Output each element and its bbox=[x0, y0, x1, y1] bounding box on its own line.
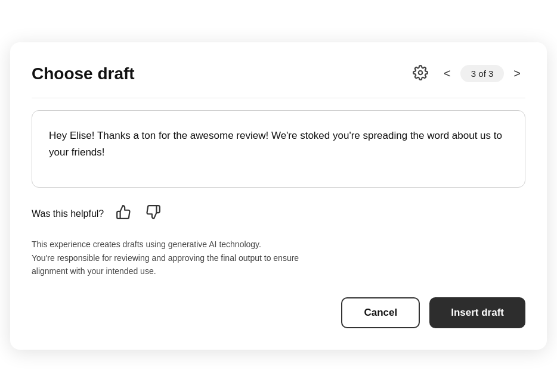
cancel-button[interactable]: Cancel bbox=[341, 297, 420, 328]
disclaimer-line3: alignment with your intended use. bbox=[32, 266, 156, 276]
disclaimer-line1: This experience creates drafts using gen… bbox=[32, 239, 261, 249]
helpful-row: Was this helpful? bbox=[32, 202, 525, 226]
modal-header: Choose draft < 3 of 3 > bbox=[32, 61, 525, 98]
nav-controls: < 3 of 3 > bbox=[439, 64, 525, 83]
header-controls: < 3 of 3 > bbox=[409, 61, 525, 86]
settings-button[interactable] bbox=[409, 61, 432, 86]
thumbs-up-icon bbox=[116, 204, 131, 223]
modal-title: Choose draft bbox=[32, 64, 135, 83]
draft-content-box: Hey Elise! Thanks a ton for the awesome … bbox=[32, 110, 525, 188]
prev-button[interactable]: < bbox=[439, 64, 456, 83]
draft-text: Hey Elise! Thanks a ton for the awesome … bbox=[49, 127, 508, 160]
helpful-label: Was this helpful? bbox=[32, 209, 104, 219]
footer-buttons: Cancel Insert draft bbox=[32, 297, 525, 328]
disclaimer: This experience creates drafts using gen… bbox=[32, 238, 525, 278]
choose-draft-modal: Choose draft < 3 of 3 > Hey Elise! Thank… bbox=[10, 42, 547, 349]
thumbs-down-icon bbox=[146, 204, 161, 223]
gear-icon bbox=[413, 65, 428, 82]
thumbs-up-button[interactable] bbox=[113, 202, 134, 226]
page-indicator: 3 of 3 bbox=[460, 65, 505, 82]
next-button[interactable]: > bbox=[509, 64, 525, 83]
insert-draft-button[interactable]: Insert draft bbox=[429, 297, 525, 328]
svg-point-0 bbox=[419, 71, 423, 75]
disclaimer-line2: You're responsible for reviewing and app… bbox=[32, 253, 299, 263]
thumbs-down-button[interactable] bbox=[143, 202, 163, 226]
